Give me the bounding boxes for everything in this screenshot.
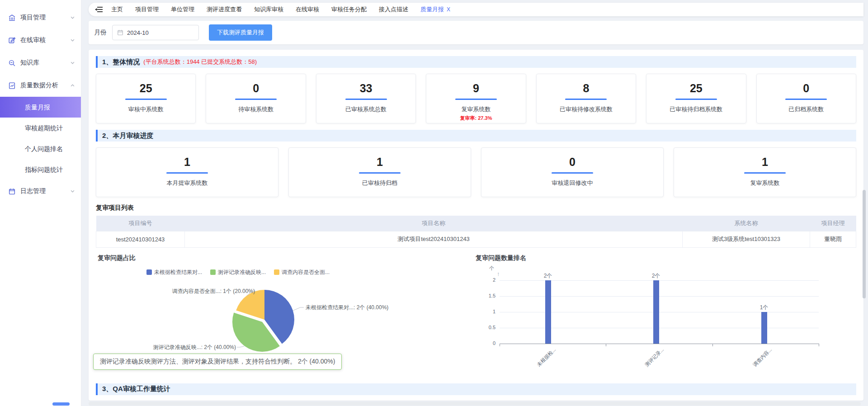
stat-label: 复审系统数 [674,179,856,187]
stat-card-month-returned: 0 审核退回修改中 [481,147,664,197]
bar-value-label: 2个 [647,272,665,280]
download-report-button[interactable]: 下载测评质量月报 [209,24,272,41]
stat-underline [235,99,277,100]
pie-label-blue: 未根据检查结果对...: 2个 (40.00%) [306,304,388,312]
sidebar-item-log-management[interactable]: 日志管理 [0,180,81,203]
stat-card-month-to-archive: 1 已审核待归档 [288,147,471,197]
stat-label: 已审核系统总数 [316,105,415,113]
x-axis-tick [606,344,606,346]
x-category-label: 未根据检... [535,346,557,368]
close-icon[interactable]: X [447,6,450,13]
bar-value-1[interactable] [545,280,551,344]
tab-knowledge-review[interactable]: 知识库审核 [254,5,283,14]
stat-card-to-archive: 25 已审核待归档系统数 [646,74,746,123]
pie-label-yellow: 调查内容是否全面...: 1个 (20.00%) [172,288,255,295]
bar-value-2[interactable] [653,280,659,344]
stat-underline [166,172,208,174]
bar-chart-title: 复审问题数量排名 [476,254,526,262]
tabbar: 主页 项目管理 单位管理 测评进度查看 知识库审核 在线审核 审核任务分配 接入… [89,3,863,16]
chart-doc-icon [8,82,16,90]
bank-icon [8,14,16,22]
tab-project-management[interactable]: 项目管理 [135,5,159,14]
stat-card-month-submitted: 1 本月提审系统数 [96,147,278,197]
sidebar-subitem-indicator-issue-stats[interactable]: 指标问题统计 [0,159,81,180]
menu-collapse-icon[interactable] [95,6,103,13]
sidebar-item-label: 质量数据分析 [20,81,58,90]
charts-row: 复审问题占比 未根据检查结果对... 测评记录准确反映... 调查内容是否 [96,253,856,378]
bar-value-3[interactable] [761,312,767,344]
pie-connector-green [237,346,244,347]
chevron-up-icon [71,84,75,87]
chevron-down-icon [71,16,75,19]
filter-card: 月份 下载测评质量月报 [89,21,863,44]
app-root: 项目管理 在线审核 知识库 [0,0,868,406]
stat-card-re-review: 9 复审系统数 复审率: 27.3% [426,74,526,123]
stat-card-reviewing: 25 审核中系统数 [96,74,196,123]
month-input[interactable] [127,29,186,36]
stat-underline [675,99,717,100]
horizontal-scrollbar-track[interactable] [89,402,861,406]
sidebar-subitem-review-overdue-stats[interactable]: 审核超期统计 [0,118,81,138]
stat-value: 8 [537,82,636,95]
stat-card-reviewed-total: 33 已审核系统总数 [316,74,416,123]
review-table-title: 复审项目列表 [96,204,856,212]
stat-underline [744,172,786,174]
table-row[interactable]: test202410301243 测试项目test202410301243 测试… [96,231,856,247]
month-label: 月份 [94,28,107,37]
col-project-manager: 项目经理 [810,216,856,231]
stat-value: 9 [426,82,525,95]
main-area: 主页 项目管理 单位管理 测评进度查看 知识库审核 在线审核 审核任务分配 接入… [81,0,868,406]
section-3-header: 3、QA审核工作量统计 [96,383,856,395]
sidebar-hscroll-thumb[interactable] [52,402,70,406]
tab-home[interactable]: 主页 [111,5,123,14]
x-axis-line [500,344,819,344]
x-axis-tick [819,344,819,346]
x-axis-tick [500,344,500,346]
cell-project-id: test202410301243 [96,231,185,247]
bar-value-label: 2个 [539,272,557,280]
stat-underline [785,99,827,100]
y-axis-unit: 个 [489,265,494,272]
month-picker[interactable] [112,25,199,40]
sidebar-item-online-review[interactable]: 在线审核 [0,29,81,52]
stat-value: 25 [96,82,195,95]
sidebar-item-quality-data-analysis[interactable]: 质量数据分析 [0,74,81,97]
stat-underline [345,99,387,100]
sidebar-item-project-management[interactable]: 项目管理 [0,6,81,29]
re-review-rate: 复审率: 27.3% [426,115,525,122]
section-2-title: 2、本月审核进度 [102,132,153,140]
stat-value: 33 [316,82,415,95]
stat-label: 已审核待修改系统数 [537,105,636,113]
tab-review-task-assign[interactable]: 审核任务分配 [331,5,367,14]
stat-value: 1 [96,156,278,169]
tab-quality-monthly-report[interactable]: 质量月报X [420,5,450,14]
sidebar-item-label: 在线审核 [20,36,46,44]
stat-label: 待审核系统数 [206,105,305,113]
tab-unit-management[interactable]: 单位管理 [171,5,194,14]
stat-label: 审核中系统数 [96,105,195,113]
month-cards-row: 1 本月提审系统数 1 已审核待归档 0 审核退回修改中 1 复 [96,147,856,197]
stat-card-month-re-review: 1 复审系统数 [674,147,856,197]
sidebar-subitem-personal-issue-ranking[interactable]: 个人问题排名 [0,138,81,159]
y-axis-arrow-icon: ↑ [497,270,500,277]
stat-label: 已审核待归档系统数 [646,105,745,113]
stat-value: 1 [289,156,471,169]
sidebar-item-label: 日志管理 [20,187,46,195]
cell-project-manager: 董晓雨 [810,231,856,247]
report-content: 1、整体情况 (平台系统总数：1944 已提交系统总数：58) 25 审核中系统… [89,50,863,401]
calendar-icon [117,29,123,36]
tab-evaluation-progress[interactable]: 测评进度查看 [207,5,242,14]
stat-label: 审核退回修改中 [481,179,663,187]
sidebar: 项目管理 在线审核 知识库 [0,0,81,406]
chevron-down-icon [71,39,75,42]
tab-online-review[interactable]: 在线审核 [296,5,319,14]
bar-value-label: 1个 [755,304,773,312]
x-category-label: 调查内容... [751,346,773,368]
tab-access-point-desc[interactable]: 接入点描述 [379,5,408,14]
calendar-log-icon [8,188,16,195]
stat-card-to-modify: 8 已审核待修改系统数 [536,74,636,123]
sidebar-subitem-quality-monthly-report[interactable]: 质量月报 [0,97,81,118]
sidebar-item-label: 知识库 [20,59,39,67]
sidebar-item-knowledge-base[interactable]: 知识库 [0,52,81,74]
vertical-scrollbar-thumb[interactable] [863,190,866,298]
